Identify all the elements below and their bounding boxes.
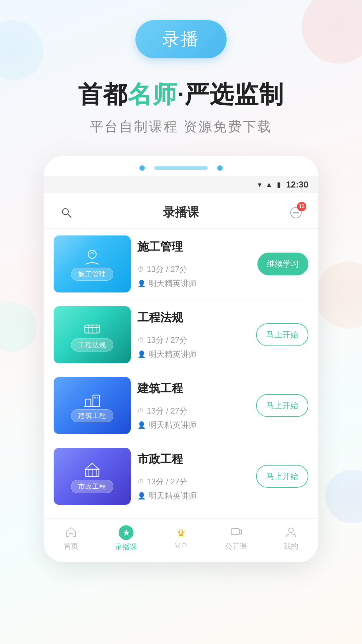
nav-item-live[interactable]: 公开课 [219, 526, 253, 551]
nav-icon-record: ★ [122, 528, 130, 538]
teacher-name: 明天精英讲师 [148, 420, 197, 430]
course-duration: ⏱ 13分 / 27分 [137, 335, 249, 345]
course-name: 工程法规 [137, 310, 249, 325]
teacher-name: 明天精英讲师 [148, 278, 197, 289]
course-name: 建筑工程 [137, 381, 249, 396]
course-info: 市政工程 ⏱ 13分 / 27分 👤 明天精英讲师 [131, 451, 256, 501]
headline: 首都名师·严选监制 [78, 78, 284, 111]
course-item-2[interactable]: 工程法规 工程法规 ⏱ 13分 / 27分 👤 明天精英讲师 马上开始 [54, 306, 308, 370]
nav-icon-vip: ♛ [176, 527, 186, 540]
course-continue-btn[interactable]: 继续学习 [257, 253, 308, 275]
teacher-name: 明天精英讲师 [148, 490, 197, 501]
person-icon: 👤 [137, 492, 146, 500]
app-header: 录播课 13 [44, 193, 318, 229]
course-start-btn[interactable]: 马上开始 [256, 323, 308, 346]
teacher-name: 明天精英讲师 [148, 349, 197, 360]
indicator-line [154, 166, 208, 170]
course-name: 市政工程 [137, 451, 249, 467]
course-thumbnail-label: 施工管理 [71, 268, 113, 281]
nav-icon-live [230, 526, 242, 539]
course-info: 施工管理 ⏱ 13分 / 27分 👤 明天精英讲师 [131, 239, 257, 289]
headline-suffix: 严选监制 [185, 81, 284, 108]
phone-top-indicators [44, 156, 318, 176]
clock-icon: ⏱ [137, 407, 144, 415]
course-thumbnail: 工程法规 [54, 306, 131, 363]
svg-rect-22 [231, 529, 239, 535]
svg-point-6 [88, 250, 96, 258]
svg-rect-12 [85, 399, 91, 407]
search-button[interactable] [57, 203, 75, 222]
nav-icon-home [65, 526, 77, 539]
person-icon: 👤 [137, 350, 146, 358]
person-icon: 👤 [137, 279, 146, 287]
duration-text: 13分 / 27分 [147, 335, 187, 345]
app-title: 录播课 [163, 204, 199, 221]
nav-item-vip[interactable]: ♛ VIP [164, 527, 198, 550]
svg-marker-18 [85, 463, 99, 469]
status-time: 12:30 [286, 179, 309, 190]
clock-icon: ⏱ [137, 336, 144, 344]
nav-label-live: 公开课 [225, 541, 247, 551]
nav-item-home[interactable]: 首页 [54, 526, 88, 551]
svg-rect-13 [93, 395, 100, 407]
course-thumbnail: 建筑工程 [54, 377, 131, 434]
course-teacher: 👤 明天精英讲师 [137, 420, 249, 430]
nav-active-bg: ★ [119, 525, 133, 540]
indicator-dot-left [139, 165, 145, 171]
course-action[interactable]: 继续学习 [257, 253, 308, 275]
duration-text: 13分 / 27分 [147, 406, 187, 416]
wifi-icon: ▾ [258, 180, 261, 189]
subheadline: 平台自制课程 资源免费下载 [90, 117, 272, 136]
course-action[interactable]: 马上开始 [256, 323, 308, 346]
svg-rect-7 [85, 325, 100, 333]
course-duration: ⏱ 13分 / 27分 [137, 264, 251, 275]
bg-decoration-4 [0, 302, 37, 352]
nav-item-mine[interactable]: 我的 [274, 526, 308, 551]
course-start-btn[interactable]: 马上开始 [256, 465, 308, 488]
clock-icon: ⏱ [137, 478, 144, 486]
svg-rect-16 [97, 397, 98, 398]
course-teacher: 👤 明天精英讲师 [137, 349, 249, 360]
status-icons: ▾ ▲ ▮ [258, 180, 281, 189]
course-thumbnail-label: 工程法规 [71, 338, 113, 352]
duration-text: 13分 / 27分 [147, 476, 187, 487]
course-meta: ⏱ 13分 / 27分 👤 明天精英讲师 [137, 335, 249, 360]
svg-point-4 [295, 212, 297, 213]
course-action[interactable]: 马上开始 [256, 465, 308, 488]
course-meta: ⏱ 13分 / 27分 👤 明天精英讲师 [137, 264, 251, 289]
status-bar: ▾ ▲ ▮ 12:30 [44, 176, 318, 193]
headline-highlight: 名师 [128, 81, 177, 108]
nav-label-mine: 我的 [284, 541, 298, 551]
bg-decoration-3 [315, 262, 362, 329]
headline-text: 首都 [78, 81, 128, 108]
course-item-3[interactable]: 建筑工程 建筑工程 ⏱ 13分 / 27分 👤 明天精英讲师 马上开始 [54, 377, 308, 441]
duration-text: 13分 / 27分 [147, 264, 187, 275]
course-item-1[interactable]: 施工管理 施工管理 ⏱ 13分 / 27分 👤 明天精英讲师 继续学习 [54, 235, 308, 300]
svg-point-5 [297, 212, 299, 213]
course-start-btn[interactable]: 马上开始 [256, 394, 308, 417]
headline-dot: · [177, 81, 185, 108]
course-name: 施工管理 [137, 239, 251, 255]
course-info: 建筑工程 ⏱ 13分 / 27分 👤 明天精英讲师 [131, 381, 256, 430]
nav-item-record[interactable]: ★ 录播课 [109, 525, 143, 552]
svg-line-1 [68, 214, 71, 217]
course-thumbnail: 市政工程 [54, 448, 131, 505]
svg-point-3 [293, 212, 295, 213]
nav-icon-mine [285, 526, 297, 539]
svg-rect-15 [94, 397, 96, 398]
battery-icon: ▮ [277, 180, 281, 189]
message-badge: 13 [297, 202, 306, 211]
bg-decoration-5 [325, 470, 362, 523]
person-icon: 👤 [137, 421, 146, 429]
message-button[interactable]: 13 [287, 203, 305, 222]
record-btn[interactable]: 录播 [135, 20, 227, 58]
course-duration: ⏱ 13分 / 27分 [137, 406, 249, 416]
course-thumbnail-label: 市政工程 [71, 480, 113, 493]
course-item-4[interactable]: 市政工程 市政工程 ⏱ 13分 / 27分 👤 明天精英讲师 马上开始 [54, 448, 308, 512]
clock-icon: ⏱ [137, 266, 144, 273]
course-action[interactable]: 马上开始 [256, 394, 308, 417]
nav-label-vip: VIP [175, 542, 187, 550]
course-info: 工程法规 ⏱ 13分 / 27分 👤 明天精英讲师 [131, 310, 256, 360]
svg-point-23 [289, 528, 293, 533]
course-meta: ⏱ 13分 / 27分 👤 明天精英讲师 [137, 476, 249, 501]
